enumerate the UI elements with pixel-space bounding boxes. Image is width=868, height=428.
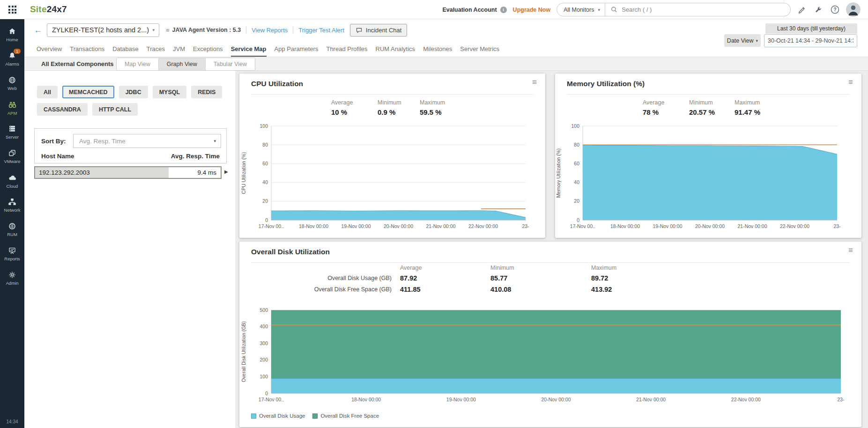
svg-text:22-Nov 00:00: 22-Nov 00:00 — [780, 223, 809, 229]
sidebar-item-vmware[interactable]: VMware — [0, 144, 24, 169]
tab-transactions[interactable]: Transactions — [70, 45, 104, 52]
disk-utilization-card: Overall Disk Utilization ≡ Average Minim… — [239, 242, 861, 427]
tab-rum-analytics[interactable]: RUM Analytics — [376, 45, 415, 52]
chip-http-call[interactable]: HTTP CALL — [92, 103, 138, 116]
help-icon[interactable]: ? — [830, 5, 840, 15]
svg-text:20: 20 — [262, 198, 268, 204]
chip-memcached[interactable]: MEMCACHED — [62, 86, 114, 98]
chip-cassandra[interactable]: CASSANDRA — [37, 103, 88, 116]
sidebar-item-cloud[interactable]: Cloud — [0, 169, 24, 193]
feedback-pen-icon[interactable] — [797, 5, 807, 15]
search-input[interactable] — [621, 6, 785, 14]
sidebar-item-label: Reports — [4, 256, 20, 261]
map-view-button[interactable]: Map View — [117, 58, 158, 70]
disk-col-minimum: Minimum — [490, 265, 514, 271]
legend-disk-usage[interactable]: Overall Disk Usage — [251, 413, 305, 419]
tab-service-map[interactable]: Service Map — [231, 45, 267, 52]
network-icon — [8, 198, 16, 206]
chart-menu-icon[interactable]: ≡ — [532, 78, 537, 86]
info-icon[interactable]: i — [500, 7, 507, 13]
legend-disk-free-space[interactable]: Overall Disk Free Space — [312, 413, 379, 419]
chart-menu-icon[interactable]: ≡ — [848, 246, 853, 254]
disk-free-average: 411.85 — [400, 286, 421, 293]
svg-text:21-Nov 00:00: 21-Nov 00:00 — [636, 397, 666, 402]
svg-text:17-Nov 00..: 17-Nov 00.. — [570, 223, 595, 229]
app-launcher-icon[interactable] — [8, 6, 17, 14]
date-range-input[interactable] — [764, 34, 857, 47]
svg-text:18-Nov 00:00: 18-Nov 00:00 — [299, 223, 328, 229]
svg-text:500: 500 — [260, 307, 268, 313]
monitor-selector-dropdown[interactable]: ZYLKER-TEST(2 hosts and 2...) ▾ — [47, 23, 159, 37]
incident-chat-button[interactable]: Incident Chat — [350, 24, 408, 37]
topbar-right: Evaluation Account i Upgrade Now All Mon… — [442, 0, 861, 19]
memory-stat-minimum: Minimum 20.57 % — [689, 99, 715, 116]
all-monitors-dropdown[interactable]: All Monitors ▾ — [556, 3, 605, 16]
disk-usage-average: 87.92 — [400, 274, 417, 282]
graph-view-button[interactable]: Graph View — [158, 58, 205, 70]
chip-all[interactable]: All — [37, 86, 58, 98]
disk-usage-row-label: Overall Disk Usage (GB) — [293, 275, 392, 281]
back-arrow-icon[interactable]: ← — [34, 25, 42, 35]
vmware-layers-icon — [8, 149, 16, 157]
divider — [567, 94, 850, 95]
filter-title: All External Components — [41, 57, 114, 71]
sidebar-item-label: Web — [7, 86, 16, 91]
tab-milestones[interactable]: Milestones — [423, 45, 452, 52]
gear-icon — [8, 271, 16, 279]
host-row[interactable]: 192.123.292.2003 9.4 ms — [34, 166, 222, 179]
component-chip-row-2: CASSANDRA HTTP CALL — [37, 103, 138, 116]
sidebar-item-web[interactable]: Web — [0, 71, 24, 96]
chart-menu-icon[interactable]: ≡ — [848, 78, 853, 86]
tab-jvm[interactable]: JVM — [173, 45, 185, 52]
chevron-down-icon: ▾ — [756, 38, 758, 43]
svg-text:Overall Disk Utilization (GB): Overall Disk Utilization (GB) — [241, 321, 246, 382]
upgrade-now-link[interactable]: Upgrade Now — [513, 7, 551, 13]
sidebar: Home 1 Alarms Web APM Server VMware Clou… — [0, 19, 24, 428]
tab-exceptions[interactable]: Exceptions — [193, 45, 223, 52]
tab-app-parameters[interactable]: App Parameters — [274, 45, 319, 52]
sidebar-item-reports[interactable]: Reports — [0, 242, 24, 266]
svg-text:17-Nov 00..: 17-Nov 00.. — [259, 397, 284, 402]
svg-text:400: 400 — [260, 324, 268, 329]
date-view-button[interactable]: Date View ▾ — [724, 34, 761, 47]
disk-free-minimum: 410.08 — [490, 286, 511, 293]
chip-mysql[interactable]: MYSQL — [153, 86, 186, 98]
sidebar-item-admin[interactable]: Admin — [0, 266, 24, 290]
sort-by-dropdown[interactable]: Avg. Resp. Time ▾ — [73, 134, 221, 148]
chat-bubble-icon — [356, 27, 363, 34]
chip-jdbc[interactable]: JDBC — [119, 86, 148, 98]
user-avatar[interactable] — [846, 2, 861, 17]
sidebar-item-label: VMware — [4, 159, 21, 164]
tabular-view-button[interactable]: Tabular View — [205, 58, 255, 70]
sidebar-item-home[interactable]: Home — [0, 22, 24, 47]
chip-redis[interactable]: REDIS — [191, 86, 222, 98]
svg-text:18-Nov 00:00: 18-Nov 00:00 — [610, 223, 640, 229]
svg-text:300: 300 — [260, 340, 268, 346]
sort-by-label: Sort By: — [41, 138, 66, 145]
sidebar-item-alarms[interactable]: 1 Alarms — [0, 47, 24, 71]
svg-text:80: 80 — [262, 142, 268, 148]
disk-usage-minimum: 85.77 — [490, 274, 507, 282]
sidebar-item-server[interactable]: Server — [0, 120, 24, 144]
tab-thread-profiles[interactable]: Thread Profiles — [326, 45, 367, 52]
sidebar-item-apm[interactable]: APM — [0, 96, 24, 120]
memory-utilization-card: Memory Utilization (%) ≡ Average 78 % Mi… — [555, 74, 861, 238]
tab-database[interactable]: Database — [112, 45, 139, 52]
tab-server-metrics[interactable]: Server Metrics — [460, 45, 499, 52]
date-preset-chip[interactable]: Last 30 days (till yesterday) — [765, 23, 857, 34]
sidebar-item-label: RUM — [7, 232, 17, 237]
server-icon — [8, 125, 16, 133]
tab-overview[interactable]: Overview — [37, 45, 62, 52]
divider — [246, 26, 246, 34]
tab-traces[interactable]: Traces — [147, 45, 165, 52]
svg-text:23-: 23- — [522, 223, 529, 229]
sidebar-item-network[interactable]: Network — [0, 193, 24, 217]
tools-wrench-icon[interactable] — [813, 5, 823, 15]
disk-chart: 010020030040050017-Nov 00..18-Nov 00:001… — [239, 305, 861, 413]
view-reports-link[interactable]: View Reports — [252, 27, 288, 34]
trigger-test-alert-link[interactable]: Trigger Test Alert — [298, 27, 344, 34]
sidebar-item-label: Network — [4, 207, 21, 213]
sidebar-item-rum[interactable]: RUM — [0, 217, 24, 242]
host-row-arrow-icon[interactable]: ▶ — [224, 169, 228, 174]
legend-swatch-free — [312, 413, 318, 419]
